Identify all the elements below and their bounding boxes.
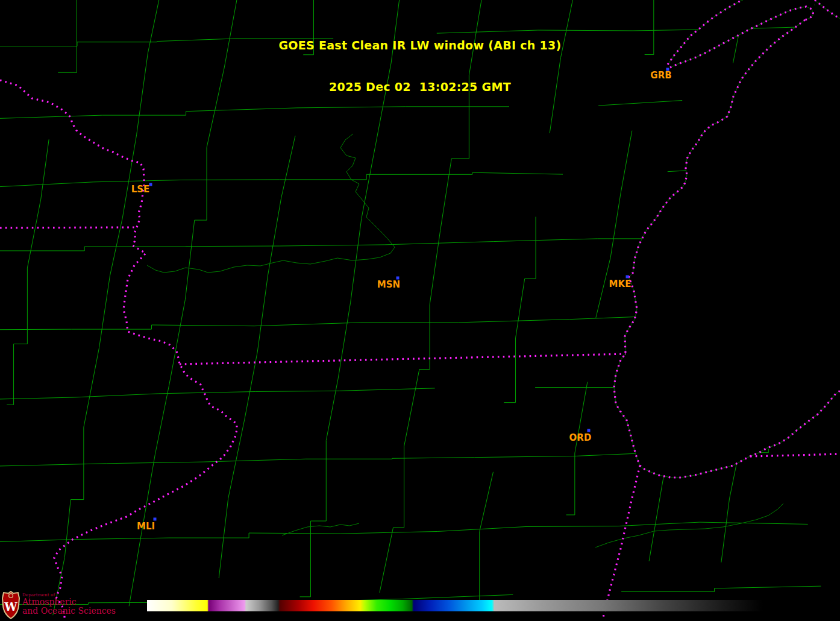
city-label-MSN: MSN	[377, 279, 400, 290]
county-boundary-line	[437, 26, 833, 33]
city-label-MKE: MKE	[609, 279, 632, 289]
county-boundary-line	[303, 0, 313, 55]
ir-temperature-colorbar	[147, 600, 763, 611]
county-boundary-line	[0, 106, 509, 119]
wi-il-border-border	[180, 354, 625, 364]
mississippi-river-border	[0, 80, 237, 621]
county-boundary-line	[504, 217, 536, 403]
logo-name-line2: and Oceanic Sciences	[22, 607, 116, 616]
county-boundary-line	[0, 39, 333, 46]
mn-ia-border-border	[0, 227, 136, 228]
county-boundary-line	[129, 0, 238, 606]
svg-text:W: W	[4, 600, 17, 613]
county-boundary-line	[0, 172, 563, 187]
satellite-image-viewport: GRBLSEMSNMKEORDMLI GOES East Clean IR LW…	[0, 0, 840, 621]
county-boundary-line	[598, 101, 682, 106]
city-label-GRB: GRB	[650, 70, 671, 81]
mi-in-border-border	[750, 454, 840, 456]
lake-michigan-water	[614, 0, 840, 478]
city-dot-MKE	[626, 276, 629, 279]
kankakee-river	[595, 503, 783, 547]
city-dot-ORD	[588, 429, 591, 432]
city-dot-MLI	[154, 518, 157, 521]
city-label-LSE: LSE	[131, 184, 150, 195]
city-label-MLI: MLI	[137, 521, 155, 532]
wisconsin-river	[147, 134, 395, 273]
county-boundary-line	[219, 136, 295, 578]
county-boundary-line	[466, 472, 493, 608]
county-boundary-line	[621, 586, 821, 591]
uw-crest-icon: W	[2, 591, 20, 620]
county-boundary-line	[58, 0, 77, 72]
county-boundary-line	[566, 382, 588, 515]
uw-aos-logo: W Department of Atmospheric and Oceanic …	[2, 591, 146, 620]
county-boundary-line	[7, 139, 49, 405]
county-boundary-line	[380, 0, 483, 593]
county-boundary-line	[300, 0, 401, 597]
county-boundary-line	[0, 388, 435, 399]
logo-name-line1: Atmospheric	[22, 597, 116, 607]
county-boundary-line	[596, 131, 632, 318]
satellite-map-canvas: GRBLSEMSNMKEORDMLI	[0, 0, 840, 621]
county-boundary-line	[645, 0, 654, 55]
county-boundary-line	[550, 0, 574, 133]
city-label-ORD: ORD	[569, 432, 592, 443]
